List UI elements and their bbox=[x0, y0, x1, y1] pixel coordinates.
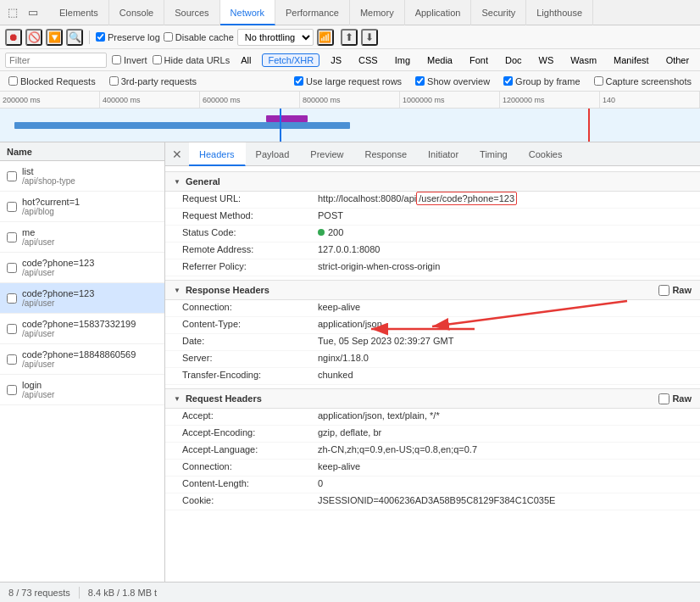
list-item[interactable]: code?phone=123 /api/user bbox=[0, 253, 164, 283]
request-headers-section[interactable]: ▼ Request Headers Raw bbox=[165, 388, 700, 409]
large-rows-checkbox[interactable] bbox=[294, 76, 303, 86]
group-by-frame-label[interactable]: Group by frame bbox=[503, 76, 580, 86]
item-info-4: code?phone=123 /api/user bbox=[22, 288, 94, 308]
timeline: 200000 ms 400000 ms 600000 ms 800000 ms … bbox=[0, 92, 700, 142]
tab-payload[interactable]: Payload bbox=[246, 142, 301, 166]
inspect-icon[interactable]: ⬚ bbox=[3, 3, 22, 22]
capture-screenshots-label[interactable]: Capture screenshots bbox=[594, 76, 692, 86]
response-headers-section[interactable]: ▼ Response Headers Raw bbox=[165, 280, 700, 300]
tab-security[interactable]: Security bbox=[471, 0, 526, 25]
record-icon[interactable]: ⏺ bbox=[5, 29, 22, 46]
item-checkbox-1[interactable] bbox=[7, 202, 17, 212]
tab-cookies[interactable]: Cookies bbox=[519, 142, 574, 166]
search-icon[interactable]: 🔍 bbox=[66, 29, 83, 46]
filter-js[interactable]: JS bbox=[325, 53, 347, 67]
filter-manifest[interactable]: Manifest bbox=[608, 53, 655, 67]
req-connection-key: Connection: bbox=[182, 461, 318, 471]
response-raw-checkbox-label[interactable]: Raw bbox=[658, 285, 692, 296]
tab-initiator[interactable]: Initiator bbox=[418, 142, 469, 166]
list-item[interactable]: login /api/user bbox=[0, 375, 164, 405]
close-panel-button[interactable]: ✕ bbox=[169, 146, 186, 163]
tab-sources[interactable]: Sources bbox=[164, 0, 219, 25]
invert-label[interactable]: Invert bbox=[112, 55, 147, 65]
list-item[interactable]: me /api/user bbox=[0, 222, 164, 253]
tab-lighthouse[interactable]: Lighthouse bbox=[526, 0, 593, 25]
request-method-row: Request Method: POST bbox=[165, 209, 700, 226]
filter-fetch-xhr[interactable]: Fetch/XHR bbox=[262, 53, 319, 67]
request-raw-label: Raw bbox=[658, 393, 692, 404]
tick-3: 600000 ms bbox=[200, 92, 300, 108]
list-item-selected[interactable]: code?phone=123 /api/user bbox=[0, 283, 164, 314]
tab-console[interactable]: Console bbox=[109, 0, 164, 25]
filter-input[interactable] bbox=[5, 53, 107, 68]
disable-cache-label[interactable]: Disable cache bbox=[164, 32, 234, 42]
tab-network[interactable]: Network bbox=[220, 0, 275, 25]
tab-timing[interactable]: Timing bbox=[469, 142, 519, 166]
general-section-header[interactable]: ▼ General bbox=[165, 171, 700, 192]
filter-media[interactable]: Media bbox=[421, 53, 458, 67]
item-checkbox-7[interactable] bbox=[7, 385, 17, 395]
tick-1: 200000 ms bbox=[0, 92, 100, 108]
tab-memory[interactable]: Memory bbox=[350, 0, 405, 25]
list-item[interactable]: hot?current=1 /api/blog bbox=[0, 192, 164, 222]
filter-icon[interactable]: 🔽 bbox=[46, 29, 63, 46]
upload-icon[interactable]: ⬆ bbox=[341, 29, 358, 46]
item-checkbox-2[interactable] bbox=[7, 232, 17, 242]
right-panel: ✕ Headers Payload Preview Response Initi… bbox=[165, 142, 700, 582]
blocked-requests-label[interactable]: Blocked Requests bbox=[8, 76, 96, 86]
list-item[interactable]: list /api/shop-type bbox=[0, 161, 164, 192]
hide-data-urls-checkbox[interactable] bbox=[153, 55, 162, 64]
download-icon[interactable]: ⬇ bbox=[361, 29, 378, 46]
timeline-ruler: 200000 ms 400000 ms 600000 ms 800000 ms … bbox=[0, 92, 700, 109]
throttle-select[interactable]: No throttling bbox=[237, 29, 314, 46]
preserve-log-label[interactable]: Preserve log bbox=[96, 32, 160, 42]
tab-elements[interactable]: Elements bbox=[49, 0, 109, 25]
third-party-checkbox[interactable] bbox=[109, 76, 119, 86]
options-right: Use large request rows Show overview Gro… bbox=[294, 76, 692, 86]
filter-css[interactable]: CSS bbox=[353, 53, 384, 67]
filter-other[interactable]: Other bbox=[660, 53, 696, 67]
request-raw-checkbox-label[interactable]: Raw bbox=[658, 393, 692, 404]
tick-5: 1000000 ms bbox=[400, 92, 500, 108]
list-item[interactable]: code?phone=15837332199 /api/user bbox=[0, 314, 164, 344]
item-checkbox-6[interactable] bbox=[7, 354, 17, 365]
tab-headers[interactable]: Headers bbox=[189, 142, 246, 166]
timeline-body[interactable] bbox=[0, 109, 700, 142]
main-content: Name list /api/shop-type hot?current=1 /… bbox=[0, 142, 700, 582]
timeline-bar-1 bbox=[14, 122, 350, 129]
item-info-3: code?phone=123 /api/user bbox=[22, 258, 94, 277]
show-overview-checkbox[interactable] bbox=[415, 76, 425, 86]
filter-wasm[interactable]: Wasm bbox=[564, 53, 603, 67]
list-item[interactable]: code?phone=18848860569 /api/user bbox=[0, 344, 164, 375]
large-rows-label[interactable]: Use large request rows bbox=[294, 76, 402, 86]
blocked-requests-checkbox[interactable] bbox=[8, 76, 18, 86]
request-raw-checkbox[interactable] bbox=[658, 393, 669, 404]
hide-data-urls-label[interactable]: Hide data URLs bbox=[153, 55, 231, 65]
item-checkbox-3[interactable] bbox=[7, 263, 17, 273]
wifi-icon[interactable]: 📶 bbox=[317, 29, 334, 46]
invert-checkbox[interactable] bbox=[112, 55, 121, 64]
device-icon[interactable]: ▭ bbox=[24, 3, 42, 22]
tab-application[interactable]: Application bbox=[405, 0, 472, 25]
tab-preview[interactable]: Preview bbox=[300, 142, 354, 166]
filter-all[interactable]: All bbox=[235, 53, 257, 67]
tab-performance[interactable]: Performance bbox=[275, 0, 350, 25]
third-party-label[interactable]: 3rd-party requests bbox=[109, 76, 197, 86]
req-cookie-key: Cookie: bbox=[182, 495, 318, 505]
capture-screenshots-checkbox[interactable] bbox=[594, 76, 603, 86]
filter-font[interactable]: Font bbox=[464, 53, 494, 67]
show-overview-label[interactable]: Show overview bbox=[415, 76, 490, 86]
response-raw-checkbox[interactable] bbox=[658, 285, 669, 296]
item-checkbox-0[interactable] bbox=[7, 171, 17, 181]
item-checkbox-5[interactable] bbox=[7, 324, 17, 334]
group-by-frame-checkbox[interactable] bbox=[503, 76, 513, 86]
disable-cache-checkbox[interactable] bbox=[164, 32, 173, 42]
item-checkbox-4[interactable] bbox=[7, 293, 17, 304]
filter-ws[interactable]: WS bbox=[533, 53, 560, 67]
clear-icon[interactable]: 🚫 bbox=[25, 29, 42, 46]
preserve-log-checkbox[interactable] bbox=[96, 32, 105, 42]
tab-response[interactable]: Response bbox=[354, 142, 418, 166]
resp-date-key: Date: bbox=[182, 336, 318, 346]
filter-img[interactable]: Img bbox=[389, 53, 416, 67]
filter-doc[interactable]: Doc bbox=[499, 53, 528, 67]
